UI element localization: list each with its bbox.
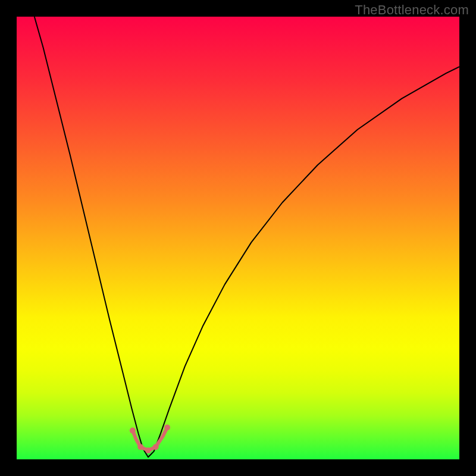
fit-dot (137, 444, 143, 450)
fit-dot (153, 444, 159, 450)
watermark-text: TheBottleneck.com (355, 2, 469, 18)
fit-dot (164, 424, 170, 430)
curve-layer (17, 17, 459, 459)
chart-outer-frame: TheBottleneck.com (0, 0, 476, 476)
fit-dot (130, 428, 136, 434)
plot-area (17, 17, 459, 459)
bottleneck-curve (35, 17, 459, 457)
fit-dot (145, 447, 151, 453)
